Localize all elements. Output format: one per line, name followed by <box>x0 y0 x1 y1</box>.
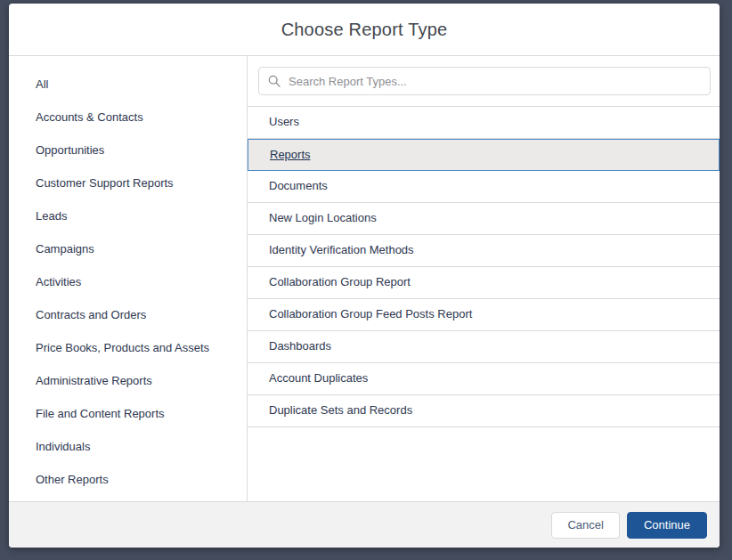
modal-title: Choose Report Type <box>281 20 448 40</box>
report-type-label: Account Duplicates <box>269 371 368 385</box>
sidebar-item-other-reports[interactable]: Other Reports <box>9 463 247 496</box>
sidebar-item-customer-support-reports[interactable]: Customer Support Reports <box>9 166 247 199</box>
modal-header: Choose Report Type <box>9 4 720 56</box>
report-type-row-collaboration-group-feed-posts-report[interactable]: Collaboration Group Feed Posts Report <box>248 299 720 331</box>
report-type-label: Collaboration Group Report <box>269 275 411 288</box>
sidebar-item-individuals[interactable]: Individuals <box>9 430 247 463</box>
continue-button[interactable]: Continue <box>627 512 707 539</box>
sidebar-item-administrative-reports[interactable]: Administrative Reports <box>9 364 247 397</box>
report-type-row-new-login-locations[interactable]: New Login Locations <box>248 203 720 235</box>
cancel-button[interactable]: Cancel <box>551 512 619 539</box>
choose-report-type-modal: Choose Report Type All Accounts & Contac… <box>9 4 720 548</box>
report-type-panel: Users Reports Documents New Login Locati… <box>248 56 720 501</box>
report-type-row-identity-verification-methods[interactable]: Identity Verification Methods <box>248 235 720 267</box>
report-type-row-dashboards[interactable]: Dashboards <box>248 331 720 363</box>
sidebar-item-all[interactable]: All <box>9 68 247 101</box>
search-icon <box>268 75 281 87</box>
sidebar-item-price-books-products-assets[interactable]: Price Books, Products and Assets <box>9 331 247 364</box>
report-type-label: Documents <box>269 179 328 192</box>
sidebar-item-file-and-content-reports[interactable]: File and Content Reports <box>9 397 247 430</box>
report-type-row-users[interactable]: Users <box>248 107 720 139</box>
search-input[interactable] <box>289 75 701 88</box>
report-type-label: New Login Locations <box>269 211 377 224</box>
report-type-label: Reports <box>270 148 311 161</box>
search-area <box>248 56 720 95</box>
report-type-label: Collaboration Group Feed Posts Report <box>269 307 472 321</box>
report-type-label: Dashboards <box>269 339 331 353</box>
report-type-label: Users <box>269 115 299 128</box>
report-type-row-documents[interactable]: Documents <box>248 171 720 203</box>
sidebar-item-contracts-and-orders[interactable]: Contracts and Orders <box>9 298 247 331</box>
modal-body: All Accounts & Contacts Opportunities Cu… <box>9 56 720 501</box>
report-type-row-account-duplicates[interactable]: Account Duplicates <box>248 363 720 395</box>
report-type-label: Identity Verification Methods <box>269 243 414 256</box>
category-sidebar: All Accounts & Contacts Opportunities Cu… <box>9 56 248 501</box>
sidebar-item-campaigns[interactable]: Campaigns <box>9 232 247 265</box>
sidebar-item-accounts-contacts[interactable]: Accounts & Contacts <box>9 101 247 134</box>
report-type-row-duplicate-sets-and-records[interactable]: Duplicate Sets and Records <box>248 395 720 427</box>
modal-footer: Cancel Continue <box>9 501 720 548</box>
report-type-list: Users Reports Documents New Login Locati… <box>248 106 720 427</box>
report-type-row-reports-selected[interactable]: Reports <box>248 139 720 171</box>
sidebar-item-leads[interactable]: Leads <box>9 199 247 232</box>
report-type-row-collaboration-group-report[interactable]: Collaboration Group Report <box>248 267 720 299</box>
report-type-label: Duplicate Sets and Records <box>269 403 412 417</box>
sidebar-item-opportunities[interactable]: Opportunities <box>9 134 247 166</box>
sidebar-item-activities[interactable]: Activities <box>9 265 247 298</box>
search-input-wrapper <box>258 67 711 95</box>
